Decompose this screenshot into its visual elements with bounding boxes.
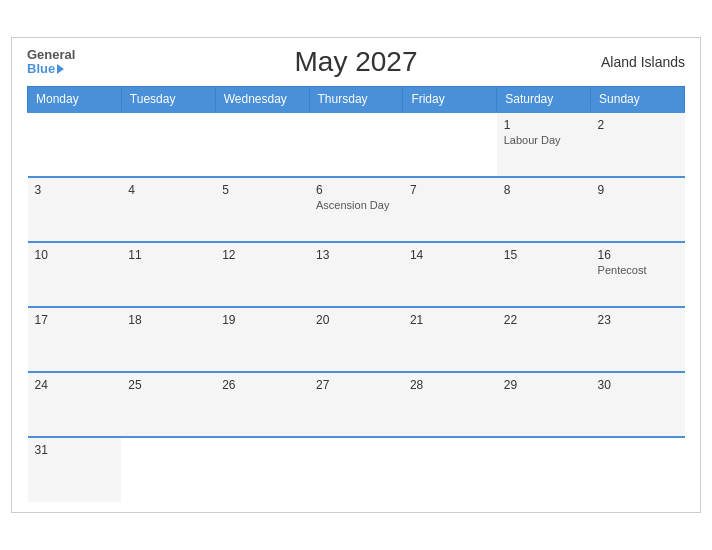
calendar-cell: 20 xyxy=(309,307,403,372)
day-number: 17 xyxy=(35,313,115,327)
day-number: 16 xyxy=(598,248,678,262)
calendar-cell: 5 xyxy=(215,177,309,242)
day-number: 1 xyxy=(504,118,584,132)
holiday-label: Labour Day xyxy=(504,134,584,146)
holiday-label: Pentecost xyxy=(598,264,678,276)
day-number: 11 xyxy=(128,248,208,262)
calendar-week-row: 17181920212223 xyxy=(28,307,685,372)
weekday-header-friday: Friday xyxy=(403,87,497,113)
calendar-cell: 14 xyxy=(403,242,497,307)
day-number: 3 xyxy=(35,183,115,197)
day-number: 5 xyxy=(222,183,302,197)
calendar-cell: 26 xyxy=(215,372,309,437)
day-number: 13 xyxy=(316,248,396,262)
logo-general-text: General xyxy=(27,48,75,62)
calendar-week-row: 31 xyxy=(28,437,685,502)
weekday-header-wednesday: Wednesday xyxy=(215,87,309,113)
weekday-header-row: MondayTuesdayWednesdayThursdayFridaySatu… xyxy=(28,87,685,113)
day-number: 27 xyxy=(316,378,396,392)
calendar-cell: 27 xyxy=(309,372,403,437)
calendar-container: General Blue May 2027 Aland Islands Mond… xyxy=(11,37,701,514)
weekday-header-monday: Monday xyxy=(28,87,122,113)
day-number: 2 xyxy=(598,118,678,132)
calendar-cell: 16Pentecost xyxy=(591,242,685,307)
weekday-header-saturday: Saturday xyxy=(497,87,591,113)
calendar-cell xyxy=(591,437,685,502)
logo-blue-text: Blue xyxy=(27,62,64,76)
calendar-cell: 9 xyxy=(591,177,685,242)
calendar-cell: 30 xyxy=(591,372,685,437)
day-number: 10 xyxy=(35,248,115,262)
calendar-cell xyxy=(215,112,309,177)
calendar-week-row: 3456Ascension Day789 xyxy=(28,177,685,242)
day-number: 14 xyxy=(410,248,490,262)
calendar-cell xyxy=(309,437,403,502)
weekday-header-sunday: Sunday xyxy=(591,87,685,113)
calendar-cell: 12 xyxy=(215,242,309,307)
calendar-cell xyxy=(403,112,497,177)
weekday-header-thursday: Thursday xyxy=(309,87,403,113)
calendar-cell: 17 xyxy=(28,307,122,372)
calendar-cell: 8 xyxy=(497,177,591,242)
calendar-cell: 6Ascension Day xyxy=(309,177,403,242)
calendar-cell: 13 xyxy=(309,242,403,307)
day-number: 19 xyxy=(222,313,302,327)
calendar-header: General Blue May 2027 Aland Islands xyxy=(27,48,685,77)
calendar-cell: 29 xyxy=(497,372,591,437)
day-number: 15 xyxy=(504,248,584,262)
calendar-cell: 24 xyxy=(28,372,122,437)
region-label: Aland Islands xyxy=(601,54,685,70)
calendar-cell xyxy=(121,112,215,177)
calendar-cell: 11 xyxy=(121,242,215,307)
day-number: 31 xyxy=(35,443,115,457)
day-number: 22 xyxy=(504,313,584,327)
calendar-week-row: 1Labour Day2 xyxy=(28,112,685,177)
calendar-cell xyxy=(497,437,591,502)
day-number: 23 xyxy=(598,313,678,327)
day-number: 25 xyxy=(128,378,208,392)
calendar-cell: 19 xyxy=(215,307,309,372)
day-number: 6 xyxy=(316,183,396,197)
calendar-cell xyxy=(403,437,497,502)
calendar-cell: 7 xyxy=(403,177,497,242)
day-number: 18 xyxy=(128,313,208,327)
day-number: 29 xyxy=(504,378,584,392)
weekday-header-tuesday: Tuesday xyxy=(121,87,215,113)
calendar-cell: 2 xyxy=(591,112,685,177)
calendar-cell: 3 xyxy=(28,177,122,242)
logo: General Blue xyxy=(27,48,75,77)
calendar-week-row: 10111213141516Pentecost xyxy=(28,242,685,307)
calendar-title: May 2027 xyxy=(295,46,418,78)
calendar-cell: 22 xyxy=(497,307,591,372)
logo-triangle-icon xyxy=(57,64,64,74)
calendar-cell: 25 xyxy=(121,372,215,437)
calendar-cell: 23 xyxy=(591,307,685,372)
holiday-label: Ascension Day xyxy=(316,199,396,211)
calendar-cell xyxy=(309,112,403,177)
day-number: 30 xyxy=(598,378,678,392)
day-number: 24 xyxy=(35,378,115,392)
day-number: 21 xyxy=(410,313,490,327)
calendar-week-row: 24252627282930 xyxy=(28,372,685,437)
day-number: 9 xyxy=(598,183,678,197)
day-number: 26 xyxy=(222,378,302,392)
calendar-cell: 31 xyxy=(28,437,122,502)
calendar-cell: 1Labour Day xyxy=(497,112,591,177)
day-number: 12 xyxy=(222,248,302,262)
calendar-cell: 15 xyxy=(497,242,591,307)
calendar-cell: 18 xyxy=(121,307,215,372)
calendar-cell: 10 xyxy=(28,242,122,307)
calendar-cell: 28 xyxy=(403,372,497,437)
calendar-cell xyxy=(121,437,215,502)
calendar-cell: 4 xyxy=(121,177,215,242)
calendar-cell xyxy=(28,112,122,177)
calendar-table: MondayTuesdayWednesdayThursdayFridaySatu… xyxy=(27,86,685,502)
calendar-cell xyxy=(215,437,309,502)
day-number: 7 xyxy=(410,183,490,197)
day-number: 20 xyxy=(316,313,396,327)
day-number: 4 xyxy=(128,183,208,197)
calendar-cell: 21 xyxy=(403,307,497,372)
day-number: 8 xyxy=(504,183,584,197)
day-number: 28 xyxy=(410,378,490,392)
